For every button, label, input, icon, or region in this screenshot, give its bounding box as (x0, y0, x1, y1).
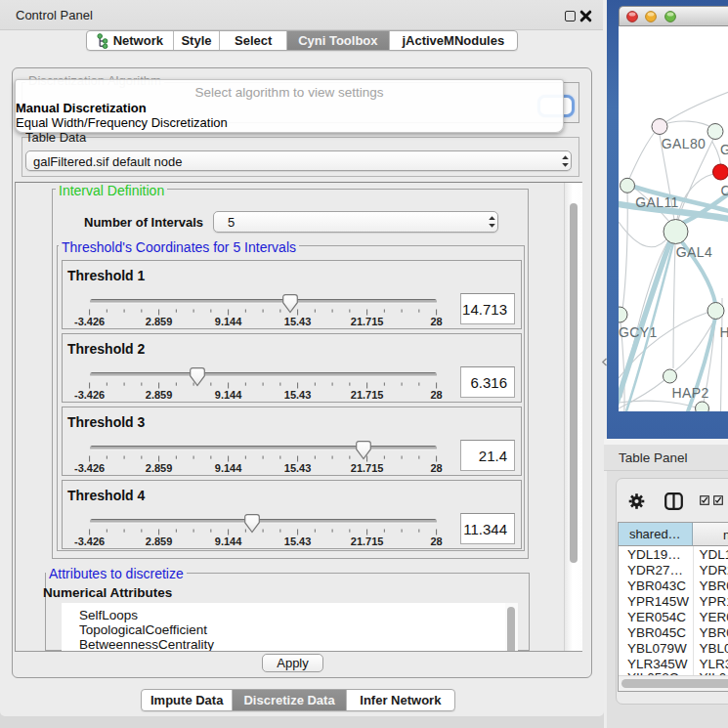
svg-text:H: H (719, 324, 728, 340)
svg-text:GCY1: GCY1 (619, 324, 658, 340)
svg-text:HAP2: HAP2 (671, 385, 708, 401)
svg-text:C: C (720, 183, 728, 198)
svg-text:GAL4: GAL4 (675, 244, 711, 260)
svg-text:GA: GA (720, 142, 728, 157)
svg-text:GAL80: GAL80 (661, 136, 706, 151)
svg-text:GAL11: GAL11 (635, 194, 679, 210)
